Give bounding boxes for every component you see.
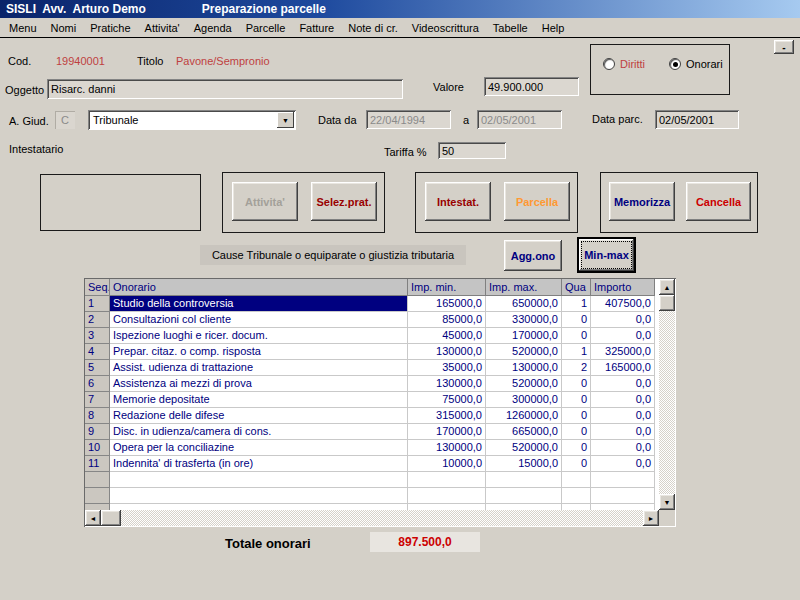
table-row[interactable]: 10Opera per la conciliazine130000,052000…: [85, 440, 659, 456]
horizontal-scrollbar[interactable]: ◄ ►: [85, 510, 659, 526]
scroll-up-icon[interactable]: ▲: [659, 279, 675, 295]
table-cell-imp_min[interactable]: 130000,0: [408, 344, 486, 360]
table-cell-imp_min[interactable]: 130000,0: [408, 376, 486, 392]
table-cell-imp_min[interactable]: 315000,0: [408, 408, 486, 424]
menu-item-attivita[interactable]: Attivita': [138, 20, 187, 36]
scroll-left-icon[interactable]: ◄: [85, 510, 101, 526]
table-cell-imp_max[interactable]: 170000,0: [486, 328, 562, 344]
menu-item-videoscrittura[interactable]: Videoscrittura: [405, 20, 486, 36]
table-cell-imp_min[interactable]: 75000,0: [408, 392, 486, 408]
menu-item-fatture[interactable]: Fatture: [292, 20, 341, 36]
table-cell-seq[interactable]: 4: [85, 344, 110, 360]
table-cell-qua[interactable]: 0: [562, 376, 591, 392]
table-row[interactable]: 6Assistenza ai mezzi di prova130000,0520…: [85, 376, 659, 392]
oggetto-field[interactable]: Risarc. danni: [47, 79, 403, 99]
radio-diritti-circle[interactable]: [603, 58, 615, 70]
radio-onorari[interactable]: Onorari: [669, 58, 723, 70]
table-cell-onorario[interactable]: Assistenza ai mezzi di prova: [110, 376, 408, 392]
table-cell-seq[interactable]: 1: [85, 296, 110, 312]
menu-item-help[interactable]: Help: [535, 20, 572, 36]
vertical-scrollbar[interactable]: ▲ ▼: [659, 279, 675, 510]
cancella-button[interactable]: Cancella: [686, 182, 751, 221]
table-cell-qua[interactable]: 0: [562, 456, 591, 472]
table-cell-qua[interactable]: 0: [562, 408, 591, 424]
table-cell-imp_max[interactable]: 130000,0: [486, 360, 562, 376]
table-cell-imp_max[interactable]: 520000,0: [486, 440, 562, 456]
table-cell-qua[interactable]: 1: [562, 296, 591, 312]
table-row[interactable]: 1Studio della controversia165000,0650000…: [85, 296, 659, 312]
table-row[interactable]: 4Prepar. citaz. o comp. risposta130000,0…: [85, 344, 659, 360]
menu-item-note-di-cr[interactable]: Note di cr.: [341, 20, 405, 36]
table-cell-onorario[interactable]: Ispezione luoghi e ricer. docum.: [110, 328, 408, 344]
table-cell-importo[interactable]: 0,0: [591, 312, 655, 328]
table-cell-imp_max[interactable]: 665000,0: [486, 424, 562, 440]
parcella-button[interactable]: Parcella: [504, 182, 570, 221]
table-cell-importo[interactable]: 0,0: [591, 408, 655, 424]
table-row[interactable]: 7Memorie depositate75000,0300000,000,0: [85, 392, 659, 408]
autorita-combobox[interactable]: Tribunale ▼: [88, 110, 296, 130]
table-cell-onorario[interactable]: Prepar. citaz. o comp. risposta: [110, 344, 408, 360]
table-cell-imp_min[interactable]: 35000,0: [408, 360, 486, 376]
table-cell-imp_min[interactable]: 45000,0: [408, 328, 486, 344]
table-cell-imp_max[interactable]: 15000,0: [486, 456, 562, 472]
table-cell-imp_min[interactable]: 10000,0: [408, 456, 486, 472]
table-cell-importo[interactable]: 165000,0: [591, 360, 655, 376]
table-row[interactable]: 9Disc. in udienza/camera di cons.170000,…: [85, 424, 659, 440]
table-cell-seq[interactable]: 11: [85, 456, 110, 472]
table-row[interactable]: 11Indennita' di trasferta (in ore)10000,…: [85, 456, 659, 472]
menu-item-tabelle[interactable]: Tabelle: [486, 20, 535, 36]
table-cell-importo[interactable]: 0,0: [591, 440, 655, 456]
tariffa-field[interactable]: 50: [438, 142, 506, 159]
table-cell-imp_max[interactable]: 330000,0: [486, 312, 562, 328]
min-max-button[interactable]: Min-max: [577, 237, 636, 273]
table-cell-imp_min[interactable]: 85000,0: [408, 312, 486, 328]
memorizza-button[interactable]: Memorizza: [609, 182, 675, 221]
table-cell-imp_max[interactable]: 1260000,0: [486, 408, 562, 424]
chevron-down-icon[interactable]: ▼: [277, 112, 294, 128]
table-cell-qua[interactable]: 0: [562, 440, 591, 456]
scroll-right-icon[interactable]: ►: [643, 510, 659, 526]
menu-item-menu[interactable]: Menu: [2, 20, 44, 36]
table-cell-onorario[interactable]: Studio della controversia: [110, 296, 408, 312]
table-cell-importo[interactable]: 325000,0: [591, 344, 655, 360]
table-cell-qua[interactable]: 0: [562, 424, 591, 440]
table-cell-importo[interactable]: 0,0: [591, 392, 655, 408]
table-cell-onorario[interactable]: Opera per la conciliazine: [110, 440, 408, 456]
radio-diritti[interactable]: Diritti: [603, 58, 645, 70]
minimize-button[interactable]: -: [774, 40, 794, 54]
table-cell-importo[interactable]: 0,0: [591, 456, 655, 472]
scroll-down-icon[interactable]: ▼: [659, 494, 675, 510]
table-row[interactable]: 5Assist. udienza di trattazione35000,013…: [85, 360, 659, 376]
menu-item-nomi[interactable]: Nomi: [44, 20, 84, 36]
table-cell-qua[interactable]: 0: [562, 328, 591, 344]
table-row[interactable]: 3Ispezione luoghi e ricer. docum.45000,0…: [85, 328, 659, 344]
table-cell-seq[interactable]: 8: [85, 408, 110, 424]
table-cell-onorario[interactable]: Indennita' di trasferta (in ore): [110, 456, 408, 472]
vertical-scroll-track[interactable]: [659, 311, 675, 494]
table-cell-importo[interactable]: 407500,0: [591, 296, 655, 312]
table-cell-seq[interactable]: 2: [85, 312, 110, 328]
table-cell-importo[interactable]: 0,0: [591, 328, 655, 344]
menu-item-parcelle[interactable]: Parcelle: [239, 20, 293, 36]
table-cell-qua[interactable]: 0: [562, 392, 591, 408]
table-cell-seq[interactable]: 10: [85, 440, 110, 456]
table-cell-qua[interactable]: 0: [562, 312, 591, 328]
agg-ono-button[interactable]: Agg.ono: [504, 240, 562, 271]
table-cell-onorario[interactable]: Memorie depositate: [110, 392, 408, 408]
table-cell-seq[interactable]: 7: [85, 392, 110, 408]
valore-field[interactable]: 49.900.000: [484, 77, 579, 96]
table-cell-imp_max[interactable]: 520000,0: [486, 344, 562, 360]
table-cell-seq[interactable]: 9: [85, 424, 110, 440]
table-cell-imp_min[interactable]: 170000,0: [408, 424, 486, 440]
table-cell-onorario[interactable]: Consultazioni col cliente: [110, 312, 408, 328]
selez-prat-button[interactable]: Selez.prat.: [311, 182, 377, 221]
table-cell-importo[interactable]: 0,0: [591, 376, 655, 392]
data-parc-field[interactable]: 02/05/2001: [655, 110, 739, 129]
table-row[interactable]: 8Redazione delle difese315000,01260000,0…: [85, 408, 659, 424]
table-cell-onorario[interactable]: Disc. in udienza/camera di cons.: [110, 424, 408, 440]
intestat-button[interactable]: Intestat.: [425, 182, 491, 221]
table-cell-qua[interactable]: 2: [562, 360, 591, 376]
horizontal-scroll-thumb[interactable]: [101, 510, 121, 526]
table-cell-onorario[interactable]: Assist. udienza di trattazione: [110, 360, 408, 376]
table-row[interactable]: 2Consultazioni col cliente85000,0330000,…: [85, 312, 659, 328]
